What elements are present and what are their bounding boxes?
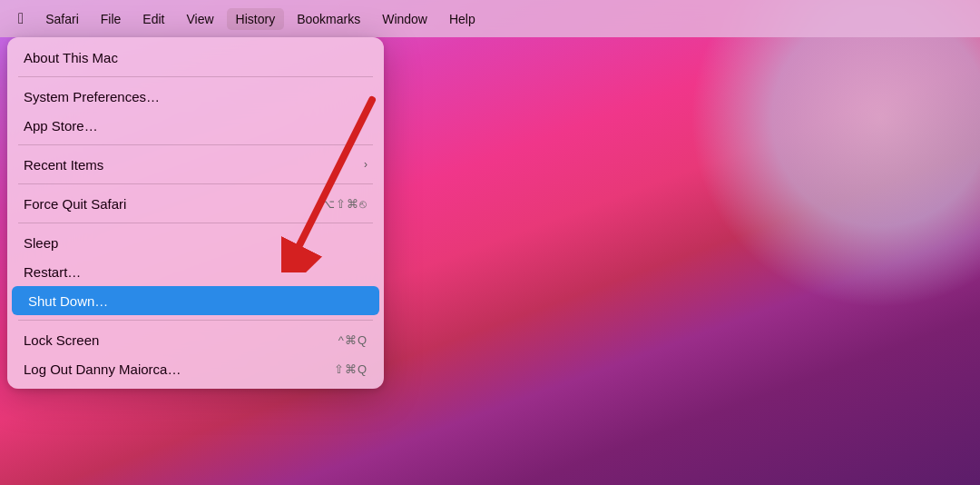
separator-4 xyxy=(18,223,373,223)
separator-3 xyxy=(18,183,373,184)
menu-item-shutdown-label: Shut Down… xyxy=(28,293,108,309)
menu-item-about[interactable]: About This Mac xyxy=(7,43,384,72)
apple-dropdown-menu: About This Mac System Preferences… App S… xyxy=(7,37,384,389)
menu-item-shutdown[interactable]: Shut Down… xyxy=(12,286,379,315)
force-quit-shortcut: ⌥⇧⌘⎋ xyxy=(321,197,368,211)
menu-item-sleep-label: Sleep xyxy=(24,235,58,251)
menubar-view[interactable]: View xyxy=(177,8,222,30)
menubar-window[interactable]: Window xyxy=(373,8,436,30)
menu-item-app-store[interactable]: App Store… xyxy=(7,111,384,140)
menu-item-restart-label: Restart… xyxy=(24,264,81,280)
menu-item-system-prefs-label: System Preferences… xyxy=(24,89,160,104)
menu-item-sleep[interactable]: Sleep xyxy=(7,228,384,257)
menu-item-app-store-label: App Store… xyxy=(24,118,98,134)
menu-item-system-prefs[interactable]: System Preferences… xyxy=(7,82,384,111)
lock-screen-shortcut: ^⌘Q xyxy=(338,333,368,347)
logout-shortcut: ⇧⌘Q xyxy=(334,362,368,376)
menu-item-lock-screen-label: Lock Screen xyxy=(24,332,99,348)
apple-menu-button[interactable]:  xyxy=(9,6,33,32)
menu-item-force-quit-label: Force Quit Safari xyxy=(24,196,126,212)
menubar-bookmarks[interactable]: Bookmarks xyxy=(288,8,369,30)
menu-item-recent-items[interactable]: Recent Items › xyxy=(7,150,384,179)
submenu-chevron-icon: › xyxy=(364,158,368,171)
menu-item-logout[interactable]: Log Out Danny Maiorca… ⇧⌘Q xyxy=(7,354,384,383)
menubar-safari[interactable]: Safari xyxy=(36,8,88,30)
menu-item-lock-screen[interactable]: Lock Screen ^⌘Q xyxy=(7,325,384,354)
menubar-help[interactable]: Help xyxy=(440,8,485,30)
menubar-history[interactable]: History xyxy=(227,8,285,30)
menubar-edit[interactable]: Edit xyxy=(133,8,173,30)
menu-item-logout-label: Log Out Danny Maiorca… xyxy=(24,361,181,377)
menu-bar:  Safari File Edit View History Bookmark… xyxy=(0,0,980,37)
separator-2 xyxy=(18,144,373,145)
menu-item-restart[interactable]: Restart… xyxy=(7,257,384,286)
separator-1 xyxy=(18,76,373,77)
menubar-file[interactable]: File xyxy=(92,8,131,30)
desktop-blob xyxy=(690,0,980,309)
menu-item-recent-items-label: Recent Items xyxy=(24,157,103,173)
menu-item-force-quit[interactable]: Force Quit Safari ⌥⇧⌘⎋ xyxy=(7,189,384,218)
separator-5 xyxy=(18,320,373,321)
menu-item-about-label: About This Mac xyxy=(24,50,118,65)
